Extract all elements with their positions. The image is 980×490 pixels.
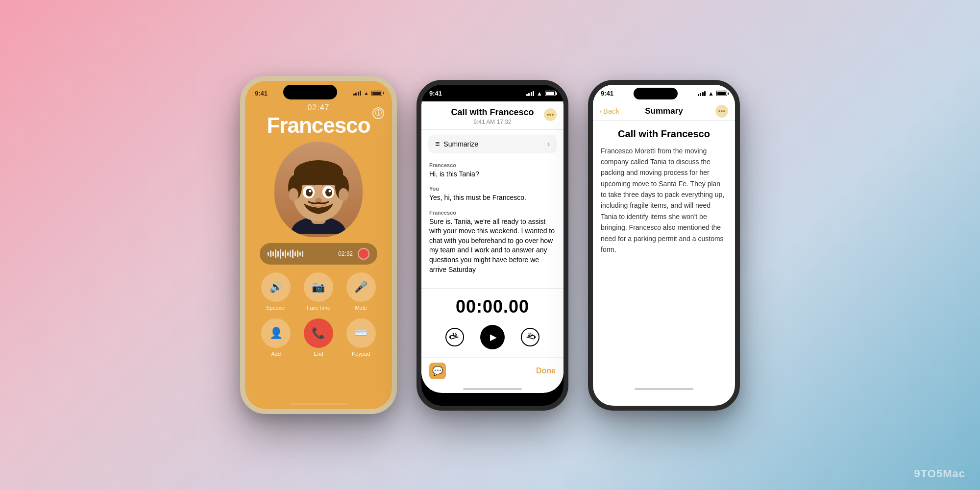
svg-point-7 — [289, 188, 298, 201]
keypad-label: Keypad — [352, 351, 370, 357]
transcript-header: Call with Francesco 9:41 AM 17:32 ••• — [421, 101, 564, 130]
msg-text-0: Hi, is this Tania? — [429, 170, 556, 179]
chevron-left-icon: ‹ — [600, 107, 602, 115]
speaker-icon: 🔊 — [261, 272, 291, 302]
phone2-status-bar: 9:41 ▲ — [421, 85, 564, 101]
mute-button[interactable]: 🎤 Mute — [346, 272, 376, 311]
phone1-status-icons: ▲ — [353, 90, 382, 96]
waveform — [268, 249, 333, 259]
controls-row-1: 🔊 Speaker 📷 FaceTime 🎤 Mute — [255, 272, 382, 311]
caller-avatar — [274, 142, 363, 237]
svg-point-12 — [325, 189, 332, 196]
home-indicator-2 — [463, 388, 522, 390]
playback-section: 00:00.00 15 ▶ 15 — [421, 288, 564, 357]
back-button[interactable]: ‹ Back — [600, 107, 619, 115]
msg-text-2: Sure is. Tania, we're all ready to assis… — [429, 217, 556, 275]
info-icon[interactable]: ⓘ — [372, 107, 384, 119]
phone2-screen: Call with Francesco 9:41 AM 17:32 ••• ≡ … — [421, 101, 564, 393]
end-label: End — [314, 351, 323, 357]
end-icon: 📞 — [304, 318, 333, 348]
summarize-left: ≡ Summarize — [435, 140, 478, 148]
home-indicator-3 — [635, 388, 693, 390]
facetime-button[interactable]: 📷 FaceTime — [304, 272, 333, 311]
dynamic-island-3 — [634, 88, 678, 99]
phone3-status-bar: 9:41 ▲ — [593, 85, 735, 101]
phone2-status-icons: ▲ — [526, 90, 556, 97]
phone2-wifi-icon: ▲ — [537, 90, 542, 97]
battery-icon — [371, 91, 382, 96]
mute-label: Mute — [355, 305, 367, 311]
transcript-messages: Francesco Hi, is this Tania? You Yes, hi… — [421, 158, 564, 288]
playback-controls: 15 ▶ 15 — [444, 325, 541, 349]
keypad-icon: ⌨️ — [346, 318, 376, 348]
back-label: Back — [603, 107, 619, 115]
forward-button[interactable]: 15 — [519, 326, 541, 348]
phone2-time: 9:41 — [429, 90, 442, 97]
facetime-icon: 📷 — [304, 272, 333, 302]
summary-more-button[interactable]: ••• — [715, 105, 728, 118]
rewind-button[interactable]: 15 — [444, 326, 466, 348]
speaker-button[interactable]: 🔊 Speaker — [261, 272, 291, 311]
phone3-status-icons: ▲ — [698, 90, 727, 97]
svg-point-11 — [306, 189, 313, 196]
speaker-label: Speaker — [266, 305, 286, 311]
summary-header-title: Summary — [645, 106, 683, 116]
phone2-battery-icon — [545, 91, 556, 96]
add-button[interactable]: 👤 Add — [261, 318, 291, 357]
svg-point-8 — [339, 188, 348, 201]
transcript-title: Call with Francesco — [429, 107, 556, 118]
record-button[interactable] — [358, 248, 369, 260]
svg-point-14 — [329, 190, 331, 192]
signal-icon — [353, 91, 362, 96]
keypad-button[interactable]: ⌨️ Keypad — [346, 318, 376, 357]
transcript-icon: 💬 — [429, 363, 446, 379]
wifi-icon: ▲ — [364, 90, 369, 96]
mute-icon: 🎤 — [346, 272, 376, 302]
transcript-subtitle: 9:41 AM 17:32 — [429, 119, 556, 125]
phone-2: 9:41 ▲ Call with Francesco 9:41 AM 17:32… — [416, 80, 568, 411]
msg-sender-1: You — [429, 186, 556, 192]
controls-row-2: 👤 Add 📞 End ⌨️ Keypad — [255, 318, 382, 357]
phone3-signal-icon — [698, 91, 706, 96]
summarize-label: Summarize — [443, 140, 478, 148]
home-indicator-1 — [289, 403, 348, 405]
msg-sender-2: Francesco — [429, 210, 556, 216]
phone3-screen: ‹ Back Summary ••• Call with Francesco F… — [593, 101, 735, 393]
dynamic-island-2 — [462, 88, 506, 99]
call-timer: 02:47 — [307, 103, 329, 112]
done-button[interactable]: Done — [536, 367, 556, 375]
recording-time: 02:32 — [338, 250, 353, 257]
summary-header: ‹ Back Summary ••• — [593, 101, 735, 121]
svg-point-18 — [521, 328, 539, 346]
msg-sender-0: Francesco — [429, 162, 556, 168]
dynamic-island-1 — [283, 85, 337, 99]
end-button[interactable]: 📞 End — [304, 318, 333, 357]
phone-1: 9:41 ▲ ⓘ 02:47 Francesco — [240, 76, 397, 414]
chevron-right-icon: › — [547, 140, 550, 148]
transcript-footer: 💬 Done — [421, 357, 564, 384]
summarize-bar[interactable]: ≡ Summarize › — [428, 135, 557, 153]
add-icon: 👤 — [261, 318, 291, 348]
call-controls: 🔊 Speaker 📷 FaceTime 🎤 Mute 👤 Add — [255, 272, 382, 357]
recording-bar[interactable]: 02:32 — [260, 243, 377, 265]
phone-3: 9:41 ▲ ‹ Back Summary ••• Call with Fran… — [588, 80, 740, 411]
summary-text: Francesco Moretti from the moving compan… — [601, 146, 727, 255]
list-icon: ≡ — [435, 140, 440, 148]
add-label: Add — [271, 351, 281, 357]
phone3-wifi-icon: ▲ — [708, 90, 714, 97]
phone2-signal-icon — [526, 91, 535, 96]
summary-title: Call with Francesco — [601, 128, 727, 140]
msg-text-1: Yes, hi, this must be Francesco. — [429, 193, 556, 203]
summary-content: Call with Francesco Francesco Moretti fr… — [593, 121, 735, 263]
phone3-time: 9:41 — [601, 90, 613, 97]
svg-point-16 — [446, 328, 464, 346]
svg-point-13 — [309, 190, 312, 192]
more-options-button[interactable]: ••• — [544, 108, 557, 121]
phone3-battery-icon — [716, 91, 727, 96]
phone1-time: 9:41 — [255, 90, 268, 97]
facetime-label: FaceTime — [307, 305, 331, 311]
play-button[interactable]: ▶ — [480, 325, 505, 349]
watermark: 9TO5Mac — [914, 467, 965, 480]
caller-name: Francesco — [267, 113, 370, 138]
playback-timer: 00:00.00 — [456, 296, 529, 317]
